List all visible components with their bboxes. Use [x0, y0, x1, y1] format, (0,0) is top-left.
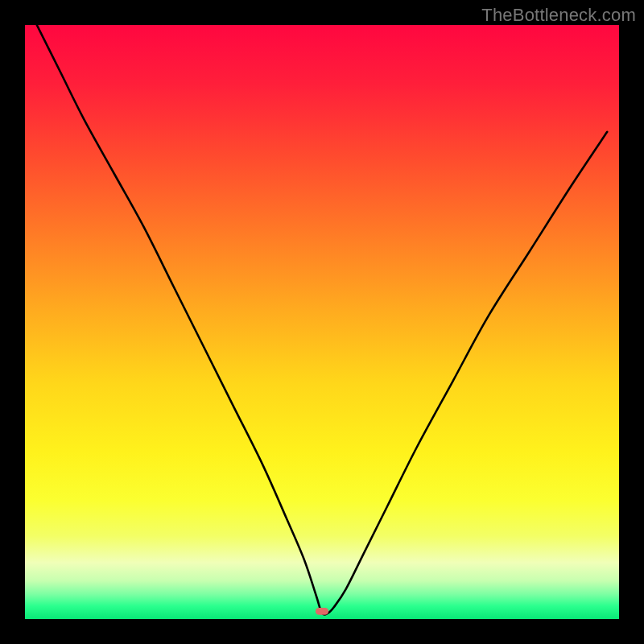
chart-container: TheBottleneck.com [0, 0, 644, 644]
bottleneck-chart-canvas [25, 25, 619, 619]
plot-area [25, 25, 619, 619]
watermark-label: TheBottleneck.com [481, 5, 636, 26]
